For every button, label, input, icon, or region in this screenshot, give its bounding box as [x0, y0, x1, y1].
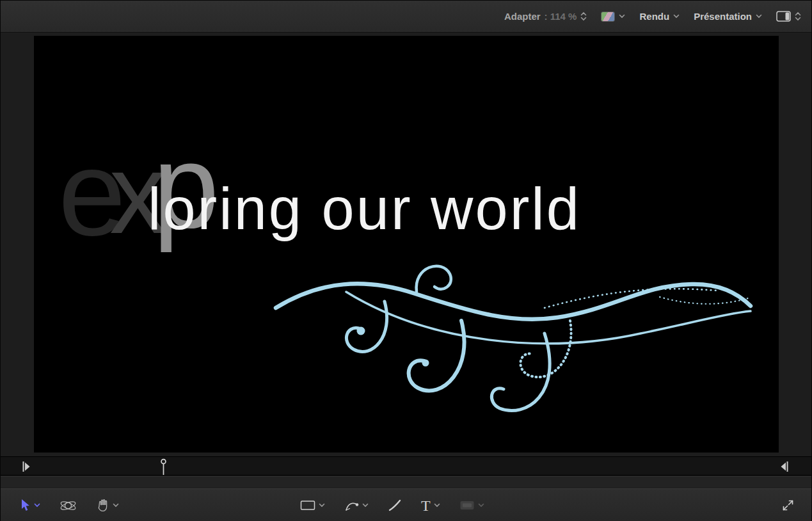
expand-arrows-icon	[781, 499, 795, 512]
timing-pane-divider[interactable]	[1, 476, 811, 488]
text-tool[interactable]: T	[421, 498, 440, 513]
rectangle-tool[interactable]	[300, 499, 325, 511]
bottom-toolbar: T	[1, 488, 811, 521]
rectangle-icon	[300, 499, 315, 511]
chevron-down-icon[interactable]	[362, 503, 369, 508]
view-menu-label: Présentation	[694, 11, 752, 22]
select-tool[interactable]	[20, 499, 40, 512]
image-mask-icon	[459, 499, 475, 511]
zoom-label: Adapter	[504, 11, 541, 22]
window-layout-icon	[776, 11, 791, 22]
chevron-down-icon	[619, 14, 625, 19]
mask-tool	[459, 499, 484, 511]
chevron-down-icon[interactable]	[434, 503, 440, 508]
mini-timeline[interactable]	[1, 456, 811, 476]
view-menu[interactable]: Présentation	[694, 11, 762, 22]
chevron-down-icon	[478, 503, 484, 508]
canvas[interactable]: e x p loring our world	[34, 36, 779, 453]
play-range-start-marker[interactable]	[22, 461, 31, 472]
expand-canvas-button[interactable]	[781, 499, 795, 515]
zoom-value: : 114 %	[545, 11, 577, 22]
chevron-down-icon[interactable]	[34, 503, 40, 508]
bezier-pen-icon	[344, 499, 359, 512]
transform-3d-icon	[60, 498, 77, 513]
render-menu[interactable]: Rendu	[639, 11, 680, 22]
chevron-down-icon[interactable]	[319, 503, 325, 508]
zoom-stepper-icon[interactable]	[580, 12, 587, 21]
paint-stroke-tool[interactable]	[388, 499, 402, 512]
motion-window: Adapter : 114 % Rendu Présentation	[0, 0, 812, 521]
playhead-marker[interactable]	[160, 458, 167, 476]
bezier-tool[interactable]	[344, 499, 369, 512]
chevron-down-icon	[673, 14, 680, 19]
text-tool-icon: T	[421, 498, 431, 513]
canvas-title-text[interactable]: loring our world	[148, 175, 581, 243]
transform-3d-tool[interactable]	[60, 498, 77, 513]
layout-stepper-icon	[795, 12, 801, 21]
paint-stroke-icon	[388, 499, 402, 512]
hand-icon	[96, 499, 109, 512]
play-range-end-marker[interactable]	[780, 461, 788, 472]
select-arrow-icon	[20, 499, 31, 512]
top-toolbar: Adapter : 114 % Rendu Présentation	[1, 1, 811, 33]
chevron-down-icon[interactable]	[113, 503, 119, 508]
zoom-control[interactable]: Adapter : 114 %	[504, 11, 587, 22]
channels-swatch-icon	[601, 12, 615, 22]
channels-popup[interactable]	[601, 12, 625, 22]
layout-control[interactable]	[776, 11, 801, 22]
render-menu-label: Rendu	[639, 11, 669, 22]
pan-tool[interactable]	[96, 499, 119, 512]
canvas-workspace: e x p loring our world	[1, 33, 811, 456]
flourish-graphic[interactable]	[269, 247, 756, 420]
chevron-down-icon	[756, 14, 762, 19]
